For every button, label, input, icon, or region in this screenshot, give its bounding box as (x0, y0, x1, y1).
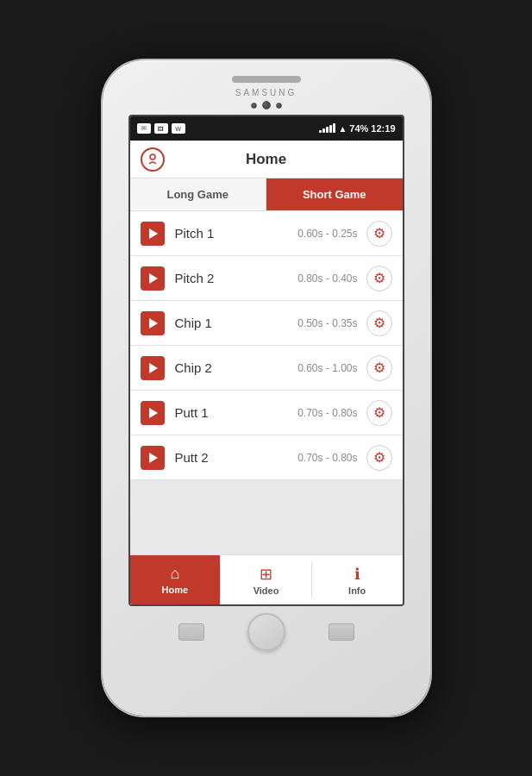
item-name-putt2: Putt 2 (175, 450, 298, 465)
battery-percentage: 74% (349, 123, 368, 134)
play-icon-chip1 (149, 318, 158, 329)
item-timing-putt1: 0.70s - 0.80s (297, 407, 357, 419)
email-icon: ✉ (137, 123, 151, 134)
logo-circle (141, 147, 165, 172)
gear-button-chip2[interactable]: ⚙ (366, 355, 392, 381)
screen: ✉ 🖼 W ▲ 74% 12:19 (128, 115, 404, 606)
item-name-pitch1: Pitch 1 (175, 226, 298, 241)
clock: 12:19 (371, 123, 395, 134)
back-soft-button[interactable] (178, 623, 204, 641)
nav-icon-video: ⊞ (260, 565, 272, 584)
led-dot (276, 103, 282, 109)
image-icon: 🖼 (154, 123, 168, 134)
phone-frame: SAMSUNG ✉ 🖼 W ▲ 74% 12 (103, 60, 430, 716)
status-right: ▲ 74% 12:19 (319, 123, 395, 134)
list-item-putt1[interactable]: Putt 1 0.70s - 0.80s ⚙ (130, 391, 403, 435)
item-timing-putt2: 0.70s - 0.80s (297, 452, 357, 464)
play-button-putt1[interactable] (141, 401, 165, 425)
tabs-row: Long Game Short Game (130, 178, 403, 211)
gear-button-pitch1[interactable]: ⚙ (366, 221, 392, 247)
speaker (232, 76, 301, 83)
app-header: Home (130, 141, 403, 178)
item-timing-pitch2: 0.80s - 0.40s (297, 272, 357, 285)
camera-row (251, 101, 282, 110)
play-icon-putt2 (149, 453, 158, 463)
phone-bottom (178, 613, 354, 651)
item-name-chip2: Chip 2 (175, 360, 298, 375)
tab-long-game[interactable]: Long Game (130, 178, 267, 210)
signal-bar-4 (329, 125, 332, 133)
bottom-nav: ⌂ Home ⊞ Video ℹ Info (130, 554, 403, 604)
play-button-chip2[interactable] (141, 356, 165, 380)
play-button-chip1[interactable] (141, 311, 165, 335)
item-timing-pitch1: 0.60s - 0.25s (297, 228, 357, 240)
list-item-chip1[interactable]: Chip 1 0.50s - 0.35s ⚙ (130, 301, 403, 346)
signal-bar-1 (319, 130, 322, 133)
play-icon-putt1 (149, 408, 158, 418)
signal-bar-2 (322, 128, 325, 133)
wifi-icon: ▲ (338, 124, 347, 134)
nav-label-video: Video (253, 585, 279, 596)
signal-bar-3 (326, 127, 329, 133)
list-item-putt2[interactable]: Putt 2 0.70s - 0.80s ⚙ (130, 435, 403, 480)
list-container: Pitch 1 0.60s - 0.25s ⚙ Pitch 2 0.80s - … (130, 211, 403, 554)
play-icon-pitch1 (149, 228, 158, 239)
soft-buttons-row (178, 613, 354, 651)
status-left-icons: ✉ 🖼 W (137, 123, 185, 134)
tab-long-game-label: Long Game (166, 188, 228, 201)
tab-short-game[interactable]: Short Game (266, 178, 403, 210)
gear-button-chip1[interactable]: ⚙ (366, 310, 392, 336)
play-icon-pitch2 (149, 273, 158, 284)
nav-item-info[interactable]: ℹ Info (312, 555, 403, 604)
signal-bar-5 (333, 123, 335, 133)
nav-label-home: Home (162, 585, 189, 595)
gear-button-putt1[interactable]: ⚙ (366, 400, 392, 426)
play-icon-chip2 (149, 363, 158, 373)
play-button-pitch1[interactable] (141, 222, 165, 246)
brand-label: SAMSUNG (235, 88, 297, 97)
gear-button-pitch2[interactable]: ⚙ (366, 266, 392, 291)
nav-item-home[interactable]: ⌂ Home (130, 555, 221, 604)
app-header-title: Home (246, 151, 286, 168)
item-timing-chip1: 0.50s - 0.35s (297, 317, 357, 329)
item-name-putt1: Putt 1 (175, 405, 298, 420)
list-item-pitch2[interactable]: Pitch 2 0.80s - 0.40s ⚙ (130, 256, 403, 301)
home-button[interactable] (247, 613, 285, 651)
signal-bars (319, 124, 335, 133)
status-bar: ✉ 🖼 W ▲ 74% 12:19 (130, 116, 403, 141)
item-name-chip1: Chip 1 (175, 316, 298, 330)
list-item-pitch1[interactable]: Pitch 1 0.60s - 0.25s ⚙ (130, 211, 403, 256)
menu-soft-button[interactable] (329, 623, 354, 641)
nav-label-info: Info (348, 585, 366, 596)
nav-icon-info: ℹ (354, 565, 360, 584)
sensor-dot (251, 103, 257, 109)
gear-button-putt2[interactable]: ⚙ (366, 445, 392, 471)
svg-point-0 (150, 154, 155, 160)
wifi-status-icon: W (172, 123, 185, 134)
nav-icon-home: ⌂ (170, 565, 179, 583)
tab-short-game-label: Short Game (303, 188, 366, 201)
play-button-putt2[interactable] (141, 446, 165, 470)
nav-item-video[interactable]: ⊞ Video (221, 555, 311, 604)
app-logo (141, 147, 165, 172)
item-name-pitch2: Pitch 2 (175, 271, 298, 285)
list-item-chip2[interactable]: Chip 2 0.60s - 1.00s ⚙ (130, 346, 403, 391)
camera-lens (262, 101, 271, 110)
play-button-pitch2[interactable] (141, 266, 165, 291)
item-timing-chip2: 0.60s - 1.00s (297, 362, 357, 374)
